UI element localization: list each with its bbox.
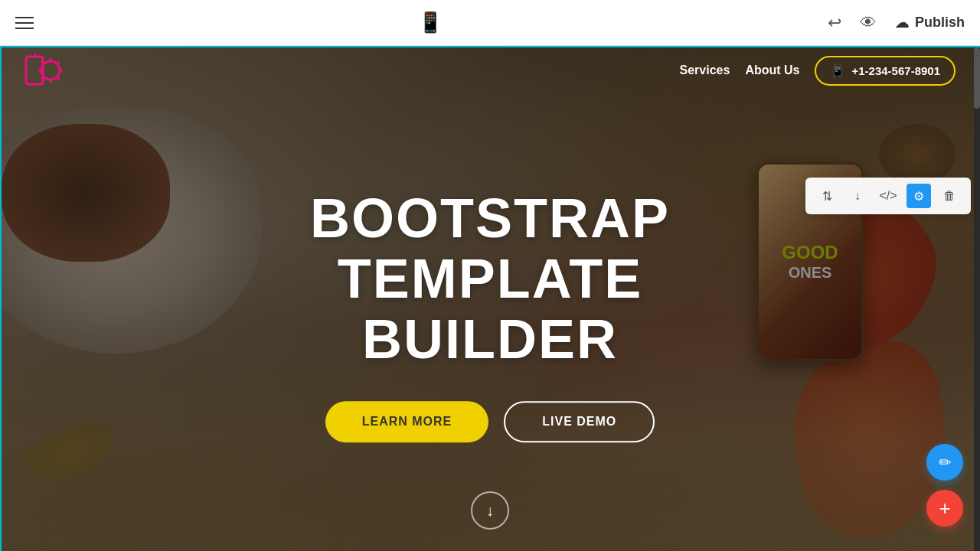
- hero-content: BOOTSTRAP TEMPLATE BUILDER LEARN MORE LI…: [246, 188, 734, 442]
- scroll-down-arrow: ↓: [486, 502, 494, 520]
- live-demo-button[interactable]: LIVE DEMO: [504, 401, 655, 442]
- code-button[interactable]: </>: [876, 184, 900, 208]
- hero-section: GOOD ONES: [2, 47, 978, 551]
- sort-button[interactable]: ⇅: [815, 184, 839, 208]
- logo: [24, 54, 63, 87]
- svg-line-9: [57, 62, 60, 64]
- hero-title: BOOTSTRAP TEMPLATE BUILDER: [246, 188, 734, 370]
- mobile-preview-icon[interactable]: 📱: [418, 11, 443, 34]
- delete-button[interactable]: 🗑: [937, 184, 962, 208]
- hero-title-line1: BOOTSTRAP: [310, 187, 670, 249]
- svg-point-2: [41, 61, 60, 80]
- fab-add-button[interactable]: +: [926, 490, 963, 527]
- toolbar-left: [15, 17, 34, 29]
- plus-icon: +: [939, 497, 950, 520]
- nav-about[interactable]: About Us: [745, 64, 799, 77]
- phone-cta[interactable]: 📱 +1-234-567-8901: [815, 56, 956, 86]
- hero-buttons: LEARN MORE LIVE DEMO: [246, 401, 734, 442]
- scroll-down-button[interactable]: ↓: [471, 491, 509, 530]
- publish-label: Publish: [915, 15, 965, 31]
- preview-icon[interactable]: 👁: [860, 13, 877, 33]
- menu-button[interactable]: [15, 17, 34, 29]
- publish-button[interactable]: ☁ Publish: [895, 15, 965, 31]
- scrollbar-thumb[interactable]: [974, 47, 980, 109]
- section-toolbar: ⇅ ↓ </> ⚙ 🗑: [805, 178, 971, 214]
- toolbar-center: 📱: [418, 11, 443, 34]
- nav-links: Services About Us 📱 +1-234-567-8901: [680, 56, 956, 86]
- learn-more-button[interactable]: LEARN MORE: [325, 401, 489, 442]
- phone-number: +1-234-567-8901: [851, 64, 940, 77]
- svg-line-8: [57, 77, 60, 80]
- scrollbar[interactable]: [974, 47, 980, 551]
- logo-svg: [24, 54, 63, 87]
- pencil-icon: ✏: [939, 453, 952, 471]
- undo-icon[interactable]: ↩: [828, 13, 841, 33]
- hero-navigation: Services About Us 📱 +1-234-567-8901: [2, 47, 978, 93]
- phone-icon: 📱: [830, 64, 845, 78]
- nav-services[interactable]: Services: [680, 64, 730, 77]
- cloud-upload-icon: ☁: [895, 15, 909, 31]
- toolbar-right: ↩ 👁 ☁ Publish: [828, 13, 965, 33]
- fab-pencil-button[interactable]: ✏: [926, 444, 963, 481]
- canvas-area: GOOD ONES: [0, 46, 980, 551]
- top-toolbar: 📱 ↩ 👁 ☁ Publish: [0, 0, 980, 46]
- hero-title-line2: TEMPLATE BUILDER: [338, 248, 643, 370]
- settings-button[interactable]: ⚙: [906, 184, 931, 208]
- download-button[interactable]: ↓: [845, 184, 870, 208]
